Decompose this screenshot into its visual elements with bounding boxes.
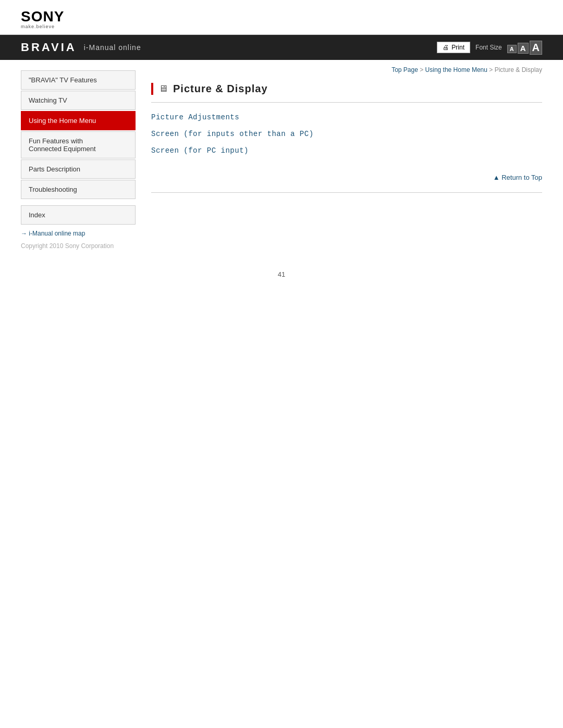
content-links-list: Picture Adjustments Screen (for inputs o… (151, 112, 542, 155)
sidebar-item-watching-tv[interactable]: Watching TV (21, 91, 136, 110)
list-item: Picture Adjustments (151, 112, 542, 121)
bravia-brand-text: BRAVIA (21, 41, 77, 54)
list-item: Screen (for PC input) (151, 145, 542, 155)
link-screen-inputs[interactable]: Screen (for inputs other than a PC) (151, 130, 314, 138)
sidebar-index-label: Index (29, 211, 45, 219)
print-label: Print (451, 44, 464, 51)
sidebar-item-bravia-features[interactable]: "BRAVIA" TV Features (21, 70, 136, 90)
page-title-area: 🖥 Picture & Display (151, 83, 542, 95)
copyright-text: Copyright 2010 Sony Corporation (21, 242, 114, 250)
return-top-area: Return to Top (151, 162, 542, 187)
sidebar-item-home-menu[interactable]: Using the Home Menu (21, 111, 136, 130)
link-screen-pc[interactable]: Screen (for PC input) (151, 146, 249, 155)
sony-logo: SONY (21, 9, 542, 24)
sidebar: "BRAVIA" TV Features Watching TV Using t… (21, 60, 136, 237)
page-title: Picture & Display (173, 83, 268, 95)
main-content: "BRAVIA" TV Features Watching TV Using t… (0, 60, 563, 237)
sony-tagline: make.believe (21, 24, 542, 29)
font-large-button[interactable]: A (530, 41, 542, 55)
breadcrumb: Top Page > Using the Home Menu > Picture… (151, 60, 542, 78)
content-divider (151, 102, 542, 103)
logo-area: SONY make.believe (0, 0, 563, 35)
breadcrumb-current: Picture & Display (495, 66, 542, 73)
bravia-title-area: BRAVIA i-Manual online (21, 41, 141, 54)
sidebar-map-link[interactable]: i-Manual online map (21, 230, 85, 237)
sidebar-map-link-area: i-Manual online map (21, 226, 136, 237)
font-size-label: Font Size (475, 44, 502, 51)
footer: Copyright 2010 Sony Corporation (0, 237, 563, 260)
sidebar-troubleshooting-label: Troubleshooting (29, 186, 77, 193)
print-button[interactable]: 🖨 Print (437, 42, 470, 53)
sidebar-item-index[interactable]: Index (21, 205, 136, 225)
font-size-buttons: A A A (507, 41, 542, 55)
list-item: Screen (for inputs other than a PC) (151, 129, 542, 138)
breadcrumb-top-page[interactable]: Top Page (391, 66, 418, 73)
page-number: 41 (0, 260, 563, 289)
sidebar-home-menu-label: Using the Home Menu (29, 117, 96, 125)
sidebar-item-parts-description[interactable]: Parts Description (21, 159, 136, 179)
font-small-button[interactable]: A (507, 45, 517, 53)
breadcrumb-sep2: > (489, 66, 494, 73)
imanual-subtitle: i-Manual online (84, 43, 141, 52)
font-medium-button[interactable]: A (518, 43, 529, 54)
link-picture-adjustments[interactable]: Picture Adjustments (151, 113, 239, 121)
breadcrumb-sep1: > (420, 66, 425, 73)
breadcrumb-home-menu[interactable]: Using the Home Menu (425, 66, 487, 73)
top-bar: BRAVIA i-Manual online 🖨 Print Font Size… (0, 35, 563, 60)
return-to-top-link[interactable]: Return to Top (493, 174, 542, 181)
top-bar-controls: 🖨 Print Font Size A A A (437, 41, 542, 55)
sidebar-bravia-label: "BRAVIA" TV Features (29, 76, 97, 84)
sidebar-watching-label: Watching TV (29, 96, 67, 104)
sidebar-divider (21, 200, 136, 205)
content-area: Top Page > Using the Home Menu > Picture… (136, 60, 542, 237)
sidebar-parts-label: Parts Description (29, 165, 80, 173)
page-display-icon: 🖥 (158, 83, 168, 94)
footer-divider (151, 192, 542, 193)
sidebar-item-troubleshooting[interactable]: Troubleshooting (21, 180, 136, 199)
sidebar-fun-features-label: Fun Features withConnected Equipment (29, 137, 96, 153)
print-icon: 🖨 (443, 44, 449, 51)
sidebar-item-fun-features[interactable]: Fun Features withConnected Equipment (21, 131, 136, 158)
